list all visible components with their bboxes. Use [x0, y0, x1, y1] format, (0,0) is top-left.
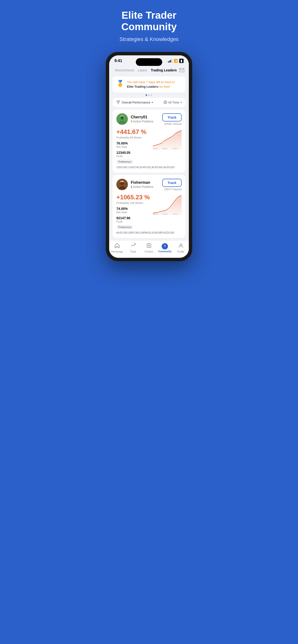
- profit-label-cherry01: Profit: [116, 155, 150, 158]
- nav-tabs: Recommend Latest Trading Leaders: [109, 64, 189, 76]
- nav-community[interactable]: T Community: [158, 243, 172, 253]
- home-icon: [114, 243, 120, 250]
- nav-homepage-label: Homepage: [111, 250, 123, 253]
- chart-date-3-fisherman: 2023/12: [173, 213, 178, 215]
- track-button-cherry01[interactable]: Track: [162, 113, 182, 122]
- nav-position-label: Position: [145, 250, 153, 253]
- track-button-fisherman[interactable]: Track: [162, 179, 182, 187]
- trader-positions-cherry01: 9 Active Positions: [131, 120, 153, 123]
- chart-date-1-cherry01: 2022/03: [153, 148, 158, 150]
- trader-card-cherry01: Cherry01 9 Active Positions Track 20595 …: [112, 110, 186, 172]
- status-bar: 9:41 📶 ▮: [109, 55, 189, 64]
- profit-fisherman: 92147.96: [116, 216, 150, 220]
- avatar-figure-fisherman: [118, 180, 126, 189]
- win-rate-label-cherry01: Win Rate: [116, 146, 150, 148]
- tracked-count-cherry01: 20595 Tracked: [164, 122, 182, 125]
- nav-profile-label: Profile: [178, 250, 184, 253]
- clock-icon: [164, 100, 167, 104]
- profit-weeks-fisherman: Profitability 196 Weeks: [116, 202, 150, 204]
- signal-bars-icon: [168, 59, 172, 62]
- wifi-icon: 📶: [174, 59, 178, 63]
- trader-avatar-fisherman: [116, 179, 128, 190]
- chart-date-1-fisherman: 2020/03: [153, 213, 158, 215]
- chart-date-2-fisherman: 2022/03: [162, 213, 168, 215]
- sort-filter[interactable]: Overall Performance ▾: [116, 100, 153, 104]
- preference-badge-cherry01: Preference: [116, 160, 133, 164]
- filter-bar: Overall Performance ▾ All Time ▾: [112, 98, 186, 107]
- trader-avatar-cherry01: [116, 113, 128, 125]
- profit-label-fisherman: Profit: [116, 220, 150, 223]
- profile-icon: [178, 243, 184, 250]
- preference-row-fisherman: Preference AUDCAD,GBPCAD,GBPAUD,EURGBP,N…: [116, 225, 182, 234]
- preference-currencies-cherry01: USDCAD,USDCHF,EURUSD,AUDCAD,AUDUSD: [116, 166, 175, 169]
- chart-date-2-cherry01: 2023/02: [162, 148, 168, 150]
- svg-point-9: [180, 244, 182, 246]
- nav-trade[interactable]: Trade: [126, 243, 140, 253]
- phone-screen: 9:41 📶 ▮ Recommend Latest Trading Leader…: [109, 55, 189, 258]
- preference-row-cherry01: Preference USDCAD,USDCHF,EURUSD,AUDCAD,A…: [116, 160, 182, 169]
- hero-subtitle: Strategies & Knowledges: [119, 36, 179, 42]
- trader-info-cherry01: Cherry01 9 Active Positions: [116, 113, 153, 125]
- trader-name-section-fisherman: Fisherman 1 Active Positions: [131, 180, 153, 188]
- promo-text-bold: Elite Trading Leaders: [127, 85, 159, 88]
- nav-profile[interactable]: Profile: [174, 243, 187, 253]
- trader-card-fisherman: Fisherman 1 Active Positions Track 28874…: [112, 175, 186, 238]
- time-filter[interactable]: All Time ▾: [164, 100, 182, 104]
- promo-text-part1: You still have 7 days left to track to: [127, 80, 175, 84]
- profit-cherry01: 12340.05: [116, 151, 150, 154]
- dot-2: [148, 94, 150, 96]
- profit-weeks-cherry01: Profitability 89 Weeks: [116, 136, 150, 139]
- trader-stats-fisherman: +1065.23 % Profitability 196 Weeks 74.00…: [116, 194, 150, 223]
- chart-fisherman: 2020/03 2022/03 2023/12: [153, 194, 182, 216]
- preference-badge-fisherman: Preference: [116, 225, 133, 229]
- win-rate-fisherman: 74.00%: [116, 207, 150, 210]
- trader-name-fisherman: Fisherman: [131, 180, 153, 185]
- time-chevron-icon: ▾: [181, 101, 182, 104]
- win-rate-label-fisherman: Win Rate: [116, 211, 150, 214]
- tracked-count-fisherman: 28874 Tracked: [164, 188, 182, 191]
- nav-position[interactable]: Position: [142, 243, 156, 253]
- promo-banner: 🥇 You still have 7 days left to track to…: [112, 76, 186, 92]
- dynamic-island: [136, 58, 162, 66]
- tab-trading-leaders[interactable]: Trading Leaders: [149, 67, 179, 73]
- nav-trade-label: Trade: [130, 250, 136, 253]
- trader-name-section-cherry01: Cherry01 9 Active Positions: [131, 115, 153, 123]
- hero-title: Elite Trader Community: [121, 10, 177, 33]
- trade-icon: [130, 243, 136, 250]
- mail-button[interactable]: [179, 66, 185, 74]
- avatar-figure-cherry01: [118, 114, 126, 124]
- position-icon: [146, 243, 152, 250]
- trader-name-cherry01: Cherry01: [131, 115, 153, 119]
- dot-indicator: [109, 94, 189, 96]
- track-section-fisherman: Track 28874 Tracked: [162, 179, 182, 191]
- promo-text: You still have 7 days left to track to E…: [127, 80, 182, 89]
- preference-currencies-fisherman: AUDCAD,GBPCAD,GBPAUD,EURGBP,NZDCAD: [116, 231, 175, 234]
- trader-info-fisherman: Fisherman 1 Active Positions: [116, 179, 153, 190]
- chart-date-3-cherry01: 2023/12: [173, 148, 178, 150]
- chart-cherry01: 2022/03 2023/02 2023/12: [153, 128, 182, 151]
- profit-pct-cherry01: +441.67 %: [116, 128, 150, 136]
- trader-stats-cherry01: +441.67 % Profitability 89 Weeks 76.00% …: [116, 128, 150, 158]
- svg-point-6: [119, 186, 125, 189]
- nav-community-label: Community: [158, 250, 172, 253]
- community-icon: T: [162, 243, 168, 250]
- tab-recommend[interactable]: Recommend: [113, 67, 136, 73]
- sort-chevron-icon: ▾: [152, 101, 153, 104]
- nav-homepage[interactable]: Homepage: [111, 243, 124, 253]
- promo-emoji: 🥇: [116, 80, 124, 87]
- sort-icon: [116, 100, 120, 104]
- svg-point-3: [119, 121, 125, 124]
- promo-text-part2: for free!: [159, 85, 170, 88]
- time-label: All Time: [168, 100, 179, 104]
- win-rate-cherry01: 76.00%: [116, 141, 150, 145]
- dot-1: [146, 94, 147, 96]
- track-section-cherry01: Track 20595 Tracked: [162, 113, 182, 125]
- tab-latest[interactable]: Latest: [136, 67, 149, 73]
- bottom-nav: Homepage Trade Position: [109, 240, 189, 258]
- profit-pct-fisherman: +1065.23 %: [116, 194, 150, 201]
- dot-3: [151, 94, 152, 96]
- status-time: 9:41: [114, 59, 122, 63]
- battery-icon: ▮: [179, 59, 184, 63]
- trader-positions-fisherman: 1 Active Positions: [131, 185, 153, 188]
- phone-frame: 9:41 📶 ▮ Recommend Latest Trading Leader…: [106, 52, 192, 261]
